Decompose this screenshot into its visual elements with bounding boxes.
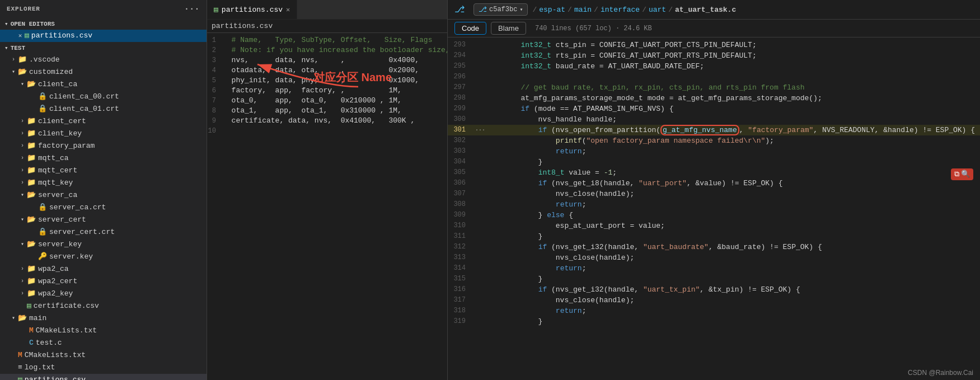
csv-line-10: 10 — [207, 126, 447, 136]
blame-button[interactable]: Blame — [491, 22, 526, 35]
chevron-down-icon: ▾ — [9, 313, 18, 324]
breadcrumb-uart[interactable]: uart — [649, 6, 666, 14]
open-editor-partitions-csv[interactable]: ✕ ▤ partitions.csv — [0, 30, 207, 42]
sidebar-item-server-ca-crt[interactable]: 🔒 server_ca.crt — [0, 201, 207, 214]
code-line-309: 309 } else { — [448, 210, 980, 221]
crt-icon: 🔒 — [38, 202, 47, 213]
code-line-307: 307 nvs_close(handle); — [448, 189, 980, 199]
sidebar-item-partitions-csv[interactable]: ▤ partitions.csv — [0, 374, 207, 380]
sidebar-item-customized[interactable]: ▾ 📂 customized — [0, 66, 207, 78]
code-toolbar: Code Blame 740 lines (657 loc) · 24.6 KB — [448, 20, 980, 37]
folder-icon: 📁 — [27, 264, 36, 275]
branch-selector[interactable]: ⎇ c5af3bc ▾ — [473, 3, 528, 16]
chevron-down-icon: ▾ — [4, 44, 8, 51]
breadcrumb: / esp-at / main / interface / uart / at_… — [532, 6, 736, 14]
code-line-298: 298 at_mfg_params_storage_mode_t mode = … — [448, 93, 980, 104]
open-editors-section[interactable]: ▾ OPEN EDITORS — [0, 18, 207, 30]
cmake-icon: M — [18, 350, 22, 361]
sidebar-item-client-cert[interactable]: › 📁 client_cert — [0, 115, 207, 128]
code-lines-container[interactable]: 293 int32_t cts_pin = CONFIG_AT_UART_POR… — [448, 37, 980, 380]
csv-line-8: 8 ota_1, app, ota_1, 0x310000 , 1M, — [207, 106, 447, 116]
sidebar-item-mqtt-key[interactable]: › 📁 mqtt_key — [0, 177, 207, 189]
csv-icon: ▤ — [214, 5, 218, 14]
chevron-right-icon: › — [18, 140, 27, 152]
csv-line-5: 5 phy_init, data, phy, , 0x1000, — [207, 76, 447, 86]
code-line-317: 317 nvs_close(handle); — [448, 295, 980, 306]
chevron-down-icon: ▾ — [18, 190, 27, 201]
txt-icon: ≡ — [18, 362, 22, 373]
crt-icon: 🔒 — [38, 227, 47, 238]
chevron-down-icon: ▾ — [18, 214, 27, 226]
folder-icon: 📁 — [27, 165, 36, 176]
sidebar-item-wpa2-key[interactable]: › 📁 wpa2_key — [0, 288, 207, 300]
folder-icon: 📁 — [27, 128, 36, 139]
sidebar-item-cmake-main[interactable]: M CMakeLists.txt — [0, 325, 207, 337]
csv-line-2: 2 # Note: if you have increased the boot… — [207, 45, 447, 55]
crt-icon: 🔒 — [38, 104, 47, 115]
close-icon[interactable]: ✕ — [16, 30, 25, 41]
sidebar-item-client-ca[interactable]: ▾ 📂 client_ca — [0, 78, 207, 91]
breadcrumb-main[interactable]: main — [574, 6, 592, 14]
csv-icon: ▤ — [27, 301, 31, 312]
chevron-right-icon: › — [18, 288, 27, 299]
code-line-315: 315 } — [448, 274, 980, 284]
sidebar-item-server-key[interactable]: ▾ 📂 server_key — [0, 238, 207, 251]
sidebar-item-server-key-file[interactable]: 🔑 server.key — [0, 251, 207, 263]
csv-line-9: 9 certificate, data, nvs, 0x41000, 300K … — [207, 116, 447, 126]
csv-line-3: 3 nvs, data, nvs, , 0x4000, — [207, 55, 447, 65]
csv-editor-lines: 1 # Name, Type, SubType, Offset, Size, F… — [207, 33, 447, 138]
code-line-314: 314 return; — [448, 263, 980, 274]
sidebar-item-server-cert-crt[interactable]: 🔒 server_cert.crt — [0, 226, 207, 238]
csv-line-4: 4 otadata, data, ota, , 0x2000, — [207, 65, 447, 76]
breadcrumb-interface[interactable]: interface — [601, 6, 640, 14]
breadcrumb-esp-at[interactable]: esp-at — [539, 6, 565, 14]
code-line-318: 318 return; — [448, 306, 980, 316]
code-line-293: 293 int32_t cts_pin = CONFIG_AT_UART_POR… — [448, 40, 980, 50]
sidebar-item-main[interactable]: ▾ 📂 main — [0, 312, 207, 325]
code-line-316: 316 if (nvs_get_i32(handle, "uart_tx_pin… — [448, 284, 980, 295]
sidebar-item-client-ca-00[interactable]: 🔒 client_ca_00.crt — [0, 91, 207, 103]
code-line-304: 304 } — [448, 157, 980, 167]
c-icon: C — [29, 337, 34, 349]
folder-icon: 📁 — [27, 276, 36, 287]
csv-line-6: 6 factory, app, factory, , 1M, — [207, 86, 447, 96]
key-icon: 🔑 — [38, 251, 47, 262]
csv-line-7: 7 ota_0, app, ota_0, 0x210000 , 1M, — [207, 96, 447, 106]
file-meta: 740 lines (657 loc) · 24.6 KB — [535, 25, 652, 32]
code-line-310: 310 esp_at_uart_port = value; — [448, 221, 980, 231]
tab-close-button[interactable]: ✕ — [286, 6, 290, 14]
sidebar-item-client-key[interactable]: › 📁 client_key — [0, 128, 207, 140]
sidebar-item-wpa2-ca[interactable]: › 📁 wpa2_ca — [0, 263, 207, 275]
code-line-319: 319 } — [448, 316, 980, 327]
chevron-down-icon: ▾ — [519, 6, 523, 13]
code-line-302: 302 printf("open factory_param namespace… — [448, 135, 980, 146]
folder-open-icon: 📂 — [18, 313, 27, 324]
sidebar-item-cmake-root[interactable]: M CMakeLists.txt — [0, 349, 207, 362]
test-section[interactable]: ▾ TEST — [0, 42, 207, 54]
folder-open-icon: 📂 — [27, 190, 36, 201]
sidebar-item-mqtt-cert[interactable]: › 📁 mqtt_cert — [0, 165, 207, 177]
chevron-right-icon: › — [9, 54, 18, 65]
tab-partitions-csv[interactable]: ▤ partitions.csv ✕ — [207, 0, 297, 19]
sidebar-item-vscode[interactable]: › 📁 .vscode — [0, 54, 207, 66]
sidebar-item-mqtt-ca[interactable]: › 📁 mqtt_ca — [0, 152, 207, 165]
code-pane-header: ⎇ ⎇ c5af3bc ▾ / esp-at / main / interfac… — [448, 0, 980, 20]
code-line-297: 297 // get baud rate, tx_pin, rx_pin, ct… — [448, 82, 980, 93]
sidebar-item-server-ca[interactable]: ▾ 📂 server_ca — [0, 189, 207, 201]
more-actions-icon[interactable]: ··· — [184, 4, 200, 13]
sidebar-item-test-c[interactable]: C test.c — [0, 337, 207, 349]
sidebar-item-certificate-csv[interactable]: ▤ certificate.csv — [0, 300, 207, 312]
source-control-icon-area: ⎇ — [454, 4, 465, 15]
sidebar-item-server-cert[interactable]: ▾ 📂 server_cert — [0, 214, 207, 226]
sidebar: EXPLORER ··· ▾ OPEN EDITORS ✕ ▤ partitio… — [0, 0, 207, 380]
csv-editor-content[interactable]: partitions.csv 1 # Name, Type, SubType, … — [207, 20, 447, 380]
sidebar-item-factory-param[interactable]: › 📁 factory_param — [0, 140, 207, 152]
sidebar-item-wpa2-cert[interactable]: › 📁 wpa2_cert — [0, 275, 207, 288]
code-line-312: 312 if (nvs_get_i32(handle, "uart_baudra… — [448, 242, 980, 252]
sidebar-item-client-ca-01[interactable]: 🔒 client_ca_01.crt — [0, 103, 207, 115]
chevron-down-icon: ▾ — [9, 67, 18, 78]
sidebar-item-log-txt[interactable]: ≡ log.txt — [0, 362, 207, 374]
code-button[interactable]: Code — [454, 22, 486, 35]
code-line-295: 295 int32_t baud_rate = AT_UART_BAUD_RAT… — [448, 61, 980, 72]
code-line-296: 296 — [448, 72, 980, 82]
